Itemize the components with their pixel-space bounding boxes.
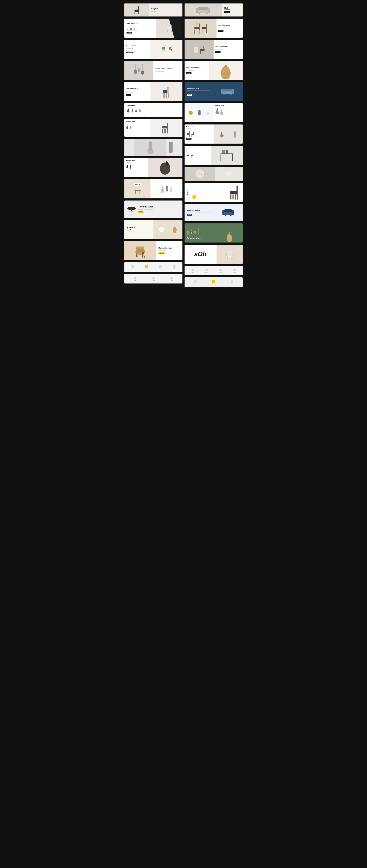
- card-collection-2018: 2018 Collection EXPLORE: [185, 3, 243, 17]
- desk-chair-2-icon: [191, 153, 194, 158]
- order-button-6[interactable]: ORDER: [187, 94, 192, 96]
- svg-rect-93: [204, 51, 204, 54]
- footer-item-3[interactable]: Cart: [159, 265, 162, 269]
- featured-title-5: Featured Items: [215, 105, 241, 106]
- vase-r3-icon: [220, 130, 224, 137]
- svg-rect-104: [198, 110, 200, 116]
- bottle-r-icon: [198, 110, 201, 116]
- card-furniture-sale: Furniture On Sale Lorem ipsum dolor 32 —…: [124, 40, 182, 59]
- golden-lamp-icon: [173, 225, 177, 235]
- symes-lamp-specs: 32 — 39 — 44 — 58: [186, 70, 207, 71]
- svg-rect-65: [170, 186, 171, 191]
- footer-icon-10: [219, 269, 222, 271]
- svg-rect-44: [167, 129, 168, 133]
- svg-point-63: [166, 186, 168, 187]
- svg-rect-120: [221, 132, 222, 136]
- shop-now-button[interactable]: SHOP NOW: [126, 52, 133, 53]
- svg-point-159: [191, 232, 192, 235]
- card-symes-lamp: Symes Dinning Lamp 32 — 39 — 44 — 58 ORD…: [185, 61, 243, 80]
- svg-point-103: [189, 111, 193, 115]
- footer-item-7[interactable]: Tables: [170, 277, 173, 281]
- countdown-secs: 18: [134, 28, 135, 30]
- footer-item-5[interactable]: New: [134, 277, 136, 281]
- new-in-badge: NEW IN: [134, 183, 141, 186]
- footer-item-10[interactable]: Sofas: [219, 269, 222, 273]
- svg-rect-116: [193, 132, 194, 135]
- svg-rect-79: [199, 13, 200, 14]
- footer-item-2[interactable]: Shop: [145, 265, 148, 269]
- card-spring-editorial: Spring 2018 Woman Editorial Lorem ipsum: [124, 3, 182, 17]
- sphere-new-icon: [169, 186, 173, 192]
- footer-item-8[interactable]: Home: [192, 269, 194, 273]
- card-symes-4: Symes Dinning Chair 61 — 19 — 34 — 56 OR…: [185, 40, 243, 59]
- footer-item-6[interactable]: Chairs: [152, 277, 155, 281]
- svg-rect-60: [162, 186, 163, 191]
- spring-subtitle: Woman Editorial: [151, 9, 180, 10]
- countdown-mins: 34: [130, 28, 132, 30]
- svg-rect-122: [234, 131, 236, 136]
- symes-3-specs: 77 — 44 — 51 — 48: [218, 28, 241, 29]
- svg-rect-92: [200, 51, 201, 54]
- footer-item-14[interactable]: Menu: [231, 280, 233, 284]
- explore-btn-minimal[interactable]: EXPLORE: [159, 252, 165, 254]
- symes-4-specs: 61 — 19 — 34 — 56: [215, 49, 241, 50]
- svg-point-157: [187, 233, 189, 235]
- footer-icon-8: [192, 269, 194, 271]
- godot-sofa-title: Godot Seater Sofa: [187, 88, 210, 89]
- footer-item-11[interactable]: Tables: [233, 269, 236, 273]
- svg-rect-99: [232, 89, 234, 94]
- chair-product-icon: [167, 24, 172, 32]
- svg-rect-25: [163, 93, 164, 98]
- svg-rect-83: [199, 24, 200, 30]
- order-button-5[interactable]: ORDER: [186, 72, 192, 74]
- furniture-specs: 32 — 39 — 44 — 58: [126, 50, 149, 51]
- symes-chair-2-title: Symes Dinning Chair: [126, 88, 149, 89]
- svg-rect-45: [164, 129, 165, 133]
- featured-title-2: Featured Items: [126, 121, 149, 122]
- turning-table-btn[interactable]: ORDER: [138, 211, 144, 213]
- footer-item-1[interactable]: Home: [131, 265, 134, 269]
- yellow-circle-icon: [192, 195, 196, 199]
- svg-point-140: [226, 170, 232, 177]
- sphere-clock-icon: [226, 170, 232, 177]
- small-object-icon: [169, 142, 173, 153]
- sofa-collection-icon: [196, 6, 210, 14]
- footer-item-13[interactable]: Wishlist: [212, 280, 215, 284]
- svg-rect-110: [221, 109, 222, 114]
- svg-rect-107: [217, 109, 218, 113]
- explore-btn-collection[interactable]: EXPLORE: [224, 11, 230, 13]
- svg-point-105: [206, 112, 209, 115]
- card-featured-2: Featured Items Lorem ipsum: [124, 119, 182, 136]
- countdown-hours: 00: [126, 28, 128, 30]
- godot-sofa-icon: [221, 87, 234, 96]
- svg-rect-1: [138, 6, 139, 12]
- order-button-3[interactable]: ORDER: [218, 30, 223, 32]
- brown-chair-2-icon: [201, 23, 207, 34]
- svg-rect-134: [222, 150, 225, 153]
- symes-3-title: Symes Dinning Chair: [218, 25, 241, 26]
- svg-rect-7: [171, 30, 171, 32]
- spring-title: Spring 2018: [151, 8, 180, 9]
- svg-rect-78: [198, 7, 208, 10]
- svg-rect-53: [130, 165, 131, 168]
- svg-rect-34: [136, 108, 136, 112]
- featured-title-6: Featured Items: [186, 126, 212, 127]
- footer-item-9[interactable]: Lamps: [205, 269, 208, 273]
- order-button-7[interactable]: ORDER: [186, 138, 192, 140]
- svg-point-108: [217, 108, 218, 110]
- svg-rect-84: [194, 30, 195, 34]
- order-button-8[interactable]: ORDER: [187, 214, 192, 216]
- footer-item-12[interactable]: Search: [194, 280, 197, 284]
- order-button-1[interactable]: ORDER: [126, 32, 132, 33]
- footer-icon-7: [170, 277, 173, 279]
- order-button-2[interactable]: ORDER: [126, 94, 131, 96]
- svg-point-16: [171, 49, 172, 51]
- svg-rect-91: [203, 46, 204, 51]
- card-featured-4: Featured Items Lorem ipsum: [124, 158, 182, 177]
- footer-item-4[interactable]: Profile: [173, 265, 175, 269]
- featured-title-3: Featured Items: [126, 160, 146, 161]
- lamp-small-icon: [126, 125, 129, 129]
- vase-r2-icon: [220, 108, 223, 115]
- svg-rect-113: [187, 135, 187, 137]
- order-button-4[interactable]: ORDER: [215, 51, 221, 53]
